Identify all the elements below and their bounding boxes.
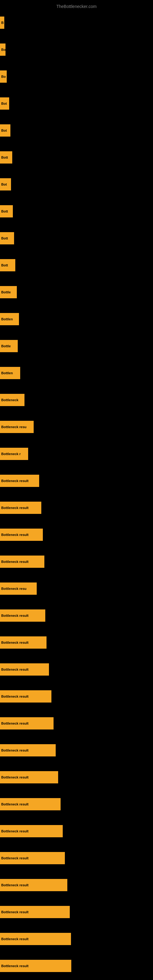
bar-row: Bottleneck result — [0, 737, 153, 764]
bar-item: Bottleneck result — [0, 960, 71, 972]
bar-row: Bottlen — [0, 360, 153, 387]
bar-row: Bot — [0, 171, 153, 198]
bar-item: Bott — [0, 232, 14, 244]
bar-item: Bottleneck result — [0, 502, 41, 514]
bar-row: Bottleneck result — [0, 926, 153, 953]
bar-row: Bo — [0, 63, 153, 90]
bar-item: Bottleneck result — [0, 609, 45, 622]
bar-item: Bottleneck result — [0, 475, 39, 487]
bar-item: Bo — [0, 70, 7, 83]
bars-container: BBoBoBotBotBottBotBottBottBottBottleBott… — [0, 9, 153, 979]
bar-item: Bottle — [0, 340, 18, 352]
bar-item: Bottleneck resu — [0, 421, 33, 433]
bar-row: Bo — [0, 36, 153, 63]
bar-row: Bottleneck result — [0, 953, 153, 979]
bar-row: B — [0, 9, 153, 36]
bar-row: Bottleneck result — [0, 872, 153, 899]
bar-row: Bottleneck — [0, 387, 153, 414]
bar-item: Bottleneck result — [0, 690, 51, 703]
bar-item: Bottleneck result — [0, 933, 71, 945]
bar-row: Bottleneck result — [0, 521, 153, 548]
bar-row: Bottleneck result — [0, 899, 153, 926]
bar-item: Bott — [0, 205, 13, 218]
bar-row: Bottleneck result — [0, 494, 153, 521]
bar-item: Bottleneck result — [0, 663, 49, 676]
bar-row: Bott — [0, 225, 153, 252]
bar-item: Bottleneck result — [0, 798, 61, 810]
bar-row: Bottleneck r — [0, 441, 153, 467]
bar-item: Bottleneck result — [0, 717, 54, 730]
bar-item: Bot — [0, 124, 10, 137]
bar-row: Bottleneck result — [0, 683, 153, 710]
bar-row: Bottleneck result — [0, 845, 153, 872]
bar-row: Bot — [0, 90, 153, 117]
bar-item: Bottleneck result — [0, 879, 67, 891]
bar-item: Bottleneck result — [0, 906, 70, 918]
bar-row: Bot — [0, 117, 153, 144]
bar-row: Bottleneck result — [0, 791, 153, 818]
bar-row: Bottleneck result — [0, 764, 153, 791]
bar-item: Bottleneck result — [0, 528, 43, 541]
bar-item: Bottleneck result — [0, 852, 65, 864]
bar-row: Bottleneck result — [0, 818, 153, 845]
bar-row: Bottleneck result — [0, 467, 153, 494]
bar-row: Bott — [0, 144, 153, 171]
bar-item: Bottleneck result — [0, 555, 45, 568]
bar-item: Bottleneck result — [0, 825, 63, 837]
bar-item: Bottleneck result — [0, 771, 58, 783]
bar-item: Bott — [0, 151, 12, 164]
bar-row: Bott — [0, 198, 153, 225]
bar-row: Bottleneck result — [0, 710, 153, 737]
bar-item: Bo — [0, 43, 5, 56]
bar-item: Bottleneck resu — [0, 582, 37, 595]
bar-item: Bottleneck result — [0, 636, 46, 649]
bar-row: Bottlen — [0, 305, 153, 332]
bar-row: Bottleneck resu — [0, 575, 153, 602]
bar-row: Bottle — [0, 279, 153, 305]
bar-item: Bot — [0, 178, 11, 191]
bar-row: Bottleneck result — [0, 629, 153, 656]
bar-row: Bottleneck result — [0, 548, 153, 575]
bar-row: Bottleneck result — [0, 602, 153, 629]
bar-item: Bot — [0, 97, 9, 110]
bar-item: B — [0, 16, 4, 29]
bar-item: Bottlen — [0, 313, 19, 325]
bar-item: Bottle — [0, 286, 17, 298]
bar-item: Bott — [0, 259, 15, 271]
bar-item: Bottlen — [0, 367, 20, 379]
bar-row: Bott — [0, 252, 153, 279]
bar-item: Bottleneck — [0, 394, 24, 406]
bar-row: Bottle — [0, 332, 153, 360]
bar-row: Bottleneck result — [0, 656, 153, 683]
bar-row: Bottleneck resu — [0, 414, 153, 441]
bar-item: Bottleneck result — [0, 744, 56, 756]
bar-item: Bottleneck r — [0, 448, 28, 460]
